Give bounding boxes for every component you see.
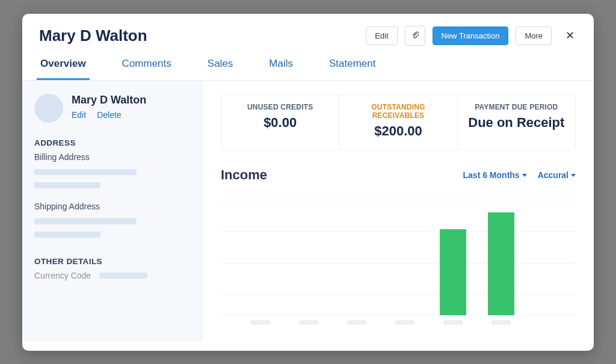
profile-name: Mary D Walton xyxy=(72,94,146,106)
attachment-button[interactable] xyxy=(405,26,425,46)
placeholder-line xyxy=(99,273,147,279)
income-chart xyxy=(221,200,576,326)
currency-code-row: Currency Code xyxy=(34,271,190,280)
stat-value: $200.00 xyxy=(345,123,451,139)
x-tick-placeholder xyxy=(443,320,463,325)
address-section: ADDRESS Billing Address Shipping Address xyxy=(34,135,190,238)
x-tick-placeholder xyxy=(395,320,414,325)
range-label: Last 6 Months xyxy=(463,170,520,180)
chevron-down-icon xyxy=(571,174,576,177)
placeholder-line xyxy=(34,169,137,175)
x-tick-placeholder xyxy=(491,320,511,325)
x-tick-placeholder xyxy=(251,320,270,325)
paperclip-icon xyxy=(411,31,419,39)
more-button[interactable]: More xyxy=(516,26,552,45)
income-header: Income Last 6 Months Accural xyxy=(221,167,576,183)
bar xyxy=(488,212,514,315)
chevron-down-icon xyxy=(522,174,527,177)
profile-delete-link[interactable]: Delete xyxy=(97,110,121,120)
placeholder-line xyxy=(34,218,137,224)
stat-payment-due: PAYMENT DUE PERIOD Due on Receipt xyxy=(458,94,575,150)
bar-slot xyxy=(488,212,514,315)
tabs: Overview Comments Sales Mails Statement xyxy=(22,52,594,81)
profile-edit-link[interactable]: Edit xyxy=(72,110,86,120)
tab-mails[interactable]: Mails xyxy=(265,52,297,80)
bar-slot xyxy=(440,229,466,315)
sidebar: Mary D Walton Edit Delete ADDRESS Billin… xyxy=(22,81,203,342)
tab-comments[interactable]: Comments xyxy=(119,52,175,80)
avatar xyxy=(34,94,63,123)
stat-unused-credits: UNUSED CREDITS $0.00 xyxy=(221,94,339,150)
stat-label: OUTSTANDING RECEIVABLES xyxy=(345,103,451,120)
stat-row: UNUSED CREDITS $0.00 OUTSTANDING RECEIVA… xyxy=(221,94,576,150)
stat-label: UNUSED CREDITS xyxy=(227,103,333,111)
other-details-section: OTHER DETAILS Currency Code xyxy=(34,253,190,280)
stat-value: Due on Receipt xyxy=(464,115,569,131)
profile-actions: Edit Delete xyxy=(72,110,146,120)
billing-address-label: Billing Address xyxy=(34,152,190,162)
basis-label: Accural xyxy=(538,170,568,180)
new-transaction-button[interactable]: New Transaction xyxy=(433,26,509,45)
header: Mary D Walton Edit New Transaction More … xyxy=(22,14,594,52)
placeholder-line xyxy=(34,182,100,188)
range-dropdown[interactable]: Last 6 Months xyxy=(463,170,527,180)
x-tick-placeholder xyxy=(347,320,366,325)
page-title: Mary D Walton xyxy=(39,26,359,45)
tab-sales[interactable]: Sales xyxy=(204,52,237,80)
tab-overview[interactable]: Overview xyxy=(37,52,90,80)
x-tick-placeholder xyxy=(299,320,318,325)
income-title: Income xyxy=(221,167,452,183)
main: UNUSED CREDITS $0.00 OUTSTANDING RECEIVA… xyxy=(203,81,594,342)
stat-outstanding-receivables: OUTSTANDING RECEIVABLES $200.00 xyxy=(339,94,457,150)
stat-label: PAYMENT DUE PERIOD xyxy=(464,103,569,111)
stat-value: $0.00 xyxy=(227,115,333,131)
placeholder-line xyxy=(34,232,100,238)
close-button[interactable]: ✕ xyxy=(562,28,577,43)
profile-block: Mary D Walton Edit Delete xyxy=(34,94,190,123)
body: Mary D Walton Edit Delete ADDRESS Billin… xyxy=(22,81,594,342)
tab-statement[interactable]: Statement xyxy=(325,52,380,80)
basis-dropdown[interactable]: Accural xyxy=(538,170,576,180)
edit-button[interactable]: Edit xyxy=(366,26,397,45)
customer-detail-panel: Mary D Walton Edit New Transaction More … xyxy=(22,14,594,351)
close-icon: ✕ xyxy=(565,29,574,42)
currency-code-label: Currency Code xyxy=(34,271,91,280)
other-details-heading: OTHER DETAILS xyxy=(34,257,190,266)
bar xyxy=(440,229,466,315)
shipping-address-label: Shipping Address xyxy=(34,202,190,211)
address-heading: ADDRESS xyxy=(34,138,190,147)
